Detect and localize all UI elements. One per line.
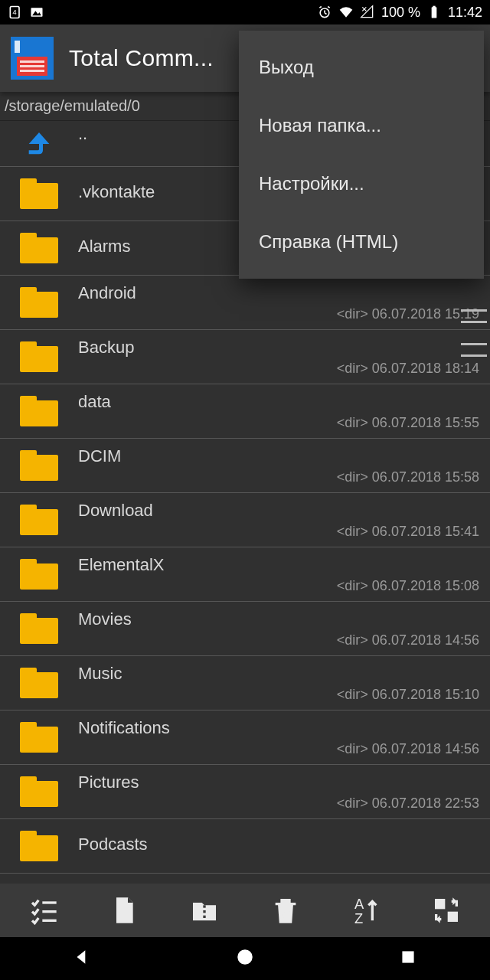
file-name: Music xyxy=(78,664,479,684)
folder-icon xyxy=(20,341,58,372)
file-meta: <dir> 06.07.2018 18:14 xyxy=(78,361,479,377)
svg-text:4: 4 xyxy=(13,8,17,16)
svg-point-30 xyxy=(238,950,251,963)
file-row[interactable]: Backup <dir> 06.07.2018 18:14 xyxy=(0,330,490,384)
folder-icon xyxy=(20,396,58,426)
folder-icon xyxy=(20,668,58,698)
menu-help[interactable]: Справка (HTML) xyxy=(239,213,484,271)
file-meta: <dir> 06.07.2018 15:55 xyxy=(78,415,479,431)
file-name: DCIM xyxy=(78,446,479,466)
file-row[interactable]: DCIM <dir> 06.07.2018 15:58 xyxy=(0,439,490,493)
file-name: Movies xyxy=(78,609,479,629)
floppy-icon xyxy=(11,37,54,80)
zip-button[interactable] xyxy=(186,892,223,929)
alarm-icon xyxy=(317,5,332,20)
status-bar: 4 100 % 11:42 xyxy=(0,0,490,24)
menu-new-folder[interactable]: Новая папка... xyxy=(239,96,484,155)
signal-icon xyxy=(360,5,375,20)
svg-rect-26 xyxy=(448,912,458,922)
svg-marker-29 xyxy=(77,950,85,963)
recent-button[interactable] xyxy=(398,947,418,970)
folder-icon xyxy=(20,613,58,644)
file-meta: <dir> 06.07.2018 15:41 xyxy=(78,524,479,540)
file-name: data xyxy=(78,392,479,412)
folder-icon xyxy=(20,178,58,209)
file-row[interactable]: Podcasts xyxy=(0,819,490,874)
svg-rect-19 xyxy=(204,910,206,913)
menu-exit[interactable]: Выход xyxy=(239,38,484,96)
folder-icon xyxy=(20,831,58,861)
file-name: Pictures xyxy=(78,773,479,792)
file-name: Android xyxy=(78,283,479,303)
back-button[interactable] xyxy=(72,947,92,970)
folder-icon xyxy=(20,559,58,590)
file-row[interactable]: Android <dir> 06.07.2018 15:19 xyxy=(0,276,490,330)
file-row[interactable]: Download <dir> 06.07.2018 15:41 xyxy=(0,493,490,547)
swap-panels-button[interactable] xyxy=(428,892,465,929)
delete-button[interactable] xyxy=(267,892,304,929)
svg-text:Z: Z xyxy=(354,910,363,926)
select-button[interactable] xyxy=(25,892,62,929)
app-title: Total Comm... xyxy=(69,45,214,71)
folder-icon xyxy=(20,450,58,481)
svg-rect-13 xyxy=(433,6,435,8)
file-meta: <dir> 06.07.2018 15:08 xyxy=(78,578,479,594)
folder-icon xyxy=(20,776,58,807)
file-row[interactable]: Notifications <dir> 06.07.2018 14:56 xyxy=(0,710,490,765)
svg-line-8 xyxy=(328,7,330,8)
file-name: Notifications xyxy=(78,718,479,738)
panel-handle-icon[interactable] xyxy=(461,309,487,323)
svg-line-7 xyxy=(319,7,322,8)
file-row[interactable]: data <dir> 06.07.2018 15:55 xyxy=(0,384,490,439)
panel-switch-handles[interactable] xyxy=(458,309,490,357)
folder-icon xyxy=(20,722,58,753)
picture-icon xyxy=(29,5,44,20)
svg-rect-12 xyxy=(432,7,437,18)
overflow-menu: Выход Новая папка... Настройки... Справк… xyxy=(239,31,484,279)
file-meta: <dir> 06.07.2018 14:56 xyxy=(78,632,479,648)
svg-marker-17 xyxy=(128,897,133,903)
battery-icon xyxy=(426,5,442,20)
folder-icon xyxy=(20,233,58,263)
up-arrow-icon xyxy=(24,129,54,159)
file-meta: <dir> 06.07.2018 15:19 xyxy=(78,306,479,322)
file-name: Backup xyxy=(78,338,479,358)
file-row[interactable]: Pictures <dir> 06.07.2018 22:53 xyxy=(0,765,490,819)
sim-icon: 4 xyxy=(8,5,23,20)
svg-rect-20 xyxy=(204,916,206,918)
wifi-icon xyxy=(338,5,354,20)
file-meta: <dir> 06.07.2018 15:10 xyxy=(78,687,479,703)
svg-rect-31 xyxy=(403,951,414,962)
battery-text: 100 % xyxy=(381,5,420,21)
panel-handle-icon[interactable] xyxy=(461,343,487,357)
bottom-toolbar: AZ xyxy=(0,884,490,937)
clock-text: 11:42 xyxy=(448,5,482,21)
copy-button[interactable] xyxy=(106,892,142,929)
menu-settings[interactable]: Настройки... xyxy=(239,155,484,213)
file-row[interactable]: ElementalX <dir> 06.07.2018 15:08 xyxy=(0,547,490,602)
file-row[interactable]: Movies <dir> 06.07.2018 14:56 xyxy=(0,602,490,656)
folder-icon xyxy=(20,287,58,318)
svg-line-6 xyxy=(325,13,327,15)
folder-icon xyxy=(20,505,58,535)
nav-bar xyxy=(0,937,490,980)
file-meta: <dir> 06.07.2018 22:53 xyxy=(78,795,479,812)
file-name: ElementalX xyxy=(78,555,479,575)
file-name: Download xyxy=(78,501,479,521)
file-meta: <dir> 06.07.2018 15:58 xyxy=(78,469,479,485)
file-meta: <dir> 06.07.2018 14:56 xyxy=(78,741,479,757)
svg-rect-25 xyxy=(435,899,445,909)
svg-rect-18 xyxy=(204,905,206,907)
file-row[interactable]: Music <dir> 06.07.2018 15:10 xyxy=(0,656,490,710)
home-button[interactable] xyxy=(235,947,255,970)
file-name: Podcasts xyxy=(78,835,479,854)
sort-button[interactable]: AZ xyxy=(348,892,384,929)
